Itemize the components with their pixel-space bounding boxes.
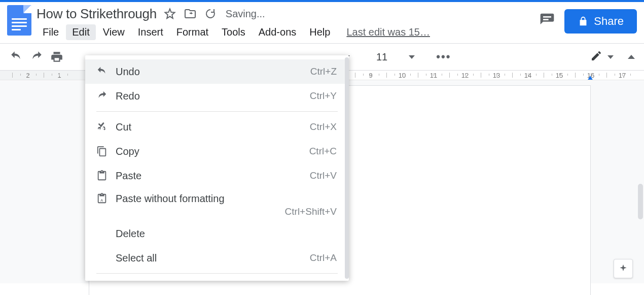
chevron-up-icon[interactable] bbox=[628, 55, 635, 59]
edit-menu-redo[interactable]: Redo Ctrl+Y bbox=[85, 84, 349, 108]
vertical-scrollbar[interactable] bbox=[638, 184, 643, 219]
menu-format[interactable]: Format bbox=[170, 24, 214, 40]
menu-tools[interactable]: Tools bbox=[216, 24, 252, 40]
saving-status: Saving... bbox=[226, 8, 265, 20]
explore-button[interactable] bbox=[614, 259, 633, 278]
undo-icon[interactable] bbox=[9, 50, 23, 64]
menu-insert[interactable]: Insert bbox=[132, 24, 169, 40]
share-button[interactable]: Share bbox=[564, 9, 637, 34]
edit-menu-delete[interactable]: Delete bbox=[85, 221, 349, 246]
edit-menu-undo[interactable]: Undo Ctrl+Z bbox=[85, 59, 349, 84]
scissors-icon bbox=[94, 121, 110, 133]
menu-separator bbox=[96, 111, 338, 112]
menu-edit[interactable]: Edit bbox=[66, 24, 95, 40]
svg-rect-0 bbox=[543, 16, 551, 18]
editing-mode-icon[interactable] bbox=[590, 50, 602, 64]
print-icon[interactable] bbox=[50, 50, 64, 64]
edit-dropdown: Undo Ctrl+Z Redo Ctrl+Y Cut Ctrl+X Copy … bbox=[85, 55, 349, 281]
copy-icon bbox=[94, 146, 110, 157]
menu-separator bbox=[96, 273, 338, 274]
menu-help[interactable]: Help bbox=[303, 24, 336, 40]
chevron-down-icon[interactable] bbox=[409, 55, 415, 59]
more-toolbar-icon[interactable]: ••• bbox=[436, 50, 451, 63]
menu-addons[interactable]: Add-ons bbox=[253, 24, 303, 40]
svg-text:A: A bbox=[100, 198, 103, 203]
last-edit-link[interactable]: Last edit was 15… bbox=[346, 26, 430, 38]
cloud-sync-icon[interactable] bbox=[203, 7, 218, 21]
svg-rect-1 bbox=[543, 19, 549, 20]
chevron-down-icon[interactable] bbox=[607, 55, 614, 59]
menu-view[interactable]: View bbox=[97, 24, 131, 40]
dropdown-scrollbar[interactable] bbox=[345, 57, 349, 279]
undo-icon bbox=[94, 66, 110, 77]
lock-icon bbox=[578, 16, 589, 27]
font-size-value[interactable]: 11 bbox=[376, 51, 387, 63]
star-icon[interactable] bbox=[163, 7, 177, 21]
edit-menu-copy[interactable]: Copy Ctrl+C bbox=[85, 139, 349, 163]
redo-icon bbox=[94, 90, 110, 102]
edit-menu-paste-without-formatting[interactable]: A Paste without formatting Ctrl+Shift+V bbox=[85, 188, 349, 221]
clipboard-a-icon: A bbox=[94, 193, 110, 204]
edit-menu-paste[interactable]: Paste Ctrl+V bbox=[85, 163, 349, 188]
redo-icon[interactable] bbox=[29, 50, 44, 64]
menu-file[interactable]: File bbox=[37, 24, 65, 40]
right-indent-marker[interactable] bbox=[587, 76, 593, 80]
document-title[interactable]: How to Strikethrough bbox=[37, 6, 157, 22]
title-area: How to Strikethrough Saving... File Edit… bbox=[37, 5, 539, 40]
share-label: Share bbox=[594, 15, 624, 28]
clipboard-icon bbox=[94, 170, 110, 181]
edit-menu-cut[interactable]: Cut Ctrl+X bbox=[85, 115, 349, 139]
comments-icon[interactable] bbox=[539, 12, 555, 30]
docs-app-icon[interactable] bbox=[7, 5, 31, 36]
edit-menu-select-all[interactable]: Select all Ctrl+A bbox=[85, 246, 349, 270]
menu-bar: File Edit View Insert Format Tools Add-o… bbox=[37, 24, 539, 40]
move-folder-icon[interactable] bbox=[183, 7, 197, 21]
header: How to Strikethrough Saving... File Edit… bbox=[0, 2, 644, 40]
